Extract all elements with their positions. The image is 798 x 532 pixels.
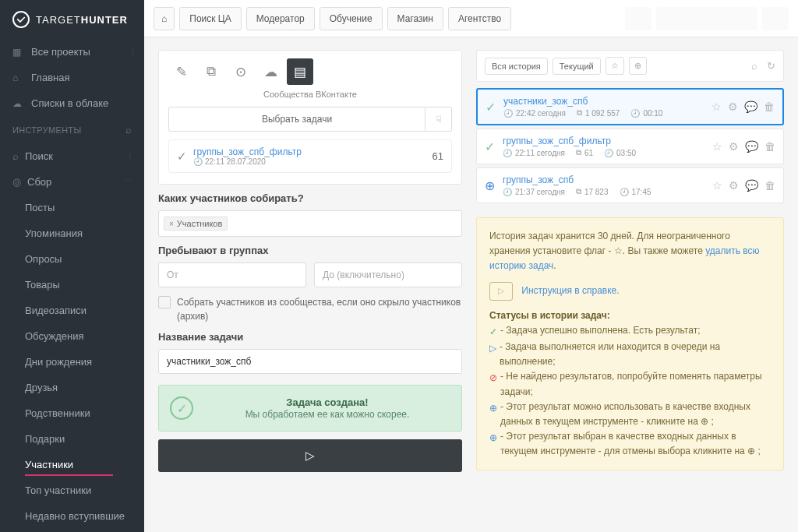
sidebar-item-8[interactable]: Родственники <box>0 400 144 426</box>
history-tab-current[interactable]: Текущий <box>553 58 601 75</box>
topnav-Агентство[interactable]: Агентство <box>448 7 511 30</box>
sidebar-item-13[interactable]: Сотрудники <box>0 529 144 532</box>
members-tag-input[interactable]: ×Участников <box>158 210 462 237</box>
video-icon: ▷ <box>489 282 513 301</box>
home-button[interactable]: ⌂ <box>154 7 175 30</box>
instruction-link[interactable]: Инструкция в справке. <box>521 285 619 296</box>
hand-icon[interactable]: ☟ <box>425 107 452 132</box>
sidebar-gather-group[interactable]: ◎Сбор 〈 <box>0 169 144 195</box>
sidebar-item-11[interactable]: Топ участники <box>0 477 144 503</box>
history-header: Вся история Текущий ☆ ⊕ ⌕ ↻ <box>476 50 784 82</box>
sidebar-main[interactable]: ⌂ Главная <box>0 65 144 90</box>
topbar-user-area <box>625 7 789 30</box>
success-banner: ✓ Задача создана! Мы обработаем ее как м… <box>158 385 462 432</box>
run-button[interactable]: ▷ <box>158 439 462 472</box>
cloud-icon[interactable]: ☁ <box>257 58 284 85</box>
comment-icon[interactable]: 💬 <box>744 100 757 113</box>
clock-icon: 🕘 <box>620 188 629 196</box>
clock-icon: 🕘 <box>604 149 613 157</box>
sidebar-item-5[interactable]: Обсуждения <box>0 323 144 349</box>
close-icon[interactable]: × <box>169 220 174 228</box>
sidebar-item-7[interactable]: Друзья <box>0 375 144 400</box>
chevron-left-icon: 〈 <box>128 47 135 57</box>
delete-icon[interactable]: 🗑 <box>764 140 775 153</box>
sidebar-item-label: Все проекты <box>31 46 90 58</box>
statuses-header: Статусы в истории задач: <box>489 310 610 321</box>
home-icon: ⌂ <box>12 72 23 83</box>
status-used-icon: ⊕ <box>489 431 497 446</box>
sidebar-tools-header: ИНСТРУМЕНТЫ ⌕ <box>0 116 144 143</box>
check-icon: ✓ <box>486 100 496 115</box>
history-item-0[interactable]: ✓участники_зож_спб🕘22:42 сегодня⧉1 092 5… <box>476 88 784 125</box>
topnav-Модератор[interactable]: Модератор <box>246 7 315 30</box>
task-name-label: Название задачи <box>158 331 462 343</box>
star-filter-icon[interactable]: ☆ <box>606 57 624 75</box>
settings-icon[interactable]: ⚙ <box>729 179 739 192</box>
sidebar-item-12[interactable]: Недавно вступившие <box>0 503 144 529</box>
vk-communities-tab[interactable]: ▤ <box>287 58 313 85</box>
history-item-2[interactable]: ⊕группы_зож_спб🕘21:37 сегодня⧉17 823🕘17:… <box>476 167 784 203</box>
selected-task-row[interactable]: ✓ группы_зож_спб_фильтр 🕘22:11 28.07.202… <box>168 139 452 173</box>
refresh-icon[interactable]: ↻ <box>767 60 775 72</box>
task-name-input[interactable] <box>158 349 462 374</box>
comment-icon[interactable]: 💬 <box>745 179 758 192</box>
source-caption: Сообщества ВКонтакте <box>159 90 461 107</box>
members-label: Каких участников собирать? <box>158 192 462 204</box>
success-title: Задача создана! <box>204 396 450 408</box>
tag-members[interactable]: ×Участников <box>164 217 228 231</box>
topnav-Обучение[interactable]: Обучение <box>320 7 383 30</box>
delete-icon[interactable]: 🗑 <box>764 100 775 113</box>
edit-icon[interactable]: ✎ <box>168 58 195 85</box>
sidebar-item-6[interactable]: Дни рождения <box>0 349 144 375</box>
brand-icon <box>12 11 30 28</box>
status-error-icon: ⊘ <box>489 371 497 386</box>
history-item-title: группы_зож_спб <box>503 174 704 185</box>
star-icon[interactable]: ☆ <box>712 140 722 153</box>
sidebar-projects[interactable]: ▦ Все проекты 〈 <box>0 39 144 65</box>
search-icon[interactable]: ⌕ <box>125 124 132 136</box>
sidebar-item-2[interactable]: Опросы <box>0 246 144 272</box>
clock-icon: 🕘 <box>503 149 512 157</box>
brand-logo[interactable]: TARGETHUNTER <box>0 0 144 39</box>
copy-icon: ⧉ <box>576 148 581 157</box>
history-item-1[interactable]: ✓группы_зож_спб_фильтр🕘22:11 сегодня⧉61🕘… <box>476 129 784 164</box>
sidebar-item-1[interactable]: Упоминания <box>0 220 144 246</box>
history-tab-all[interactable]: Вся история <box>485 58 548 75</box>
from-input[interactable] <box>158 262 306 287</box>
search-icon: ⌕ <box>12 150 19 162</box>
selected-task-count: 61 <box>433 150 443 162</box>
history-notice: История задач хранится 30 дней. Для неог… <box>476 217 784 470</box>
comment-icon[interactable]: 💬 <box>745 140 758 153</box>
copy-icon[interactable]: ⧉ <box>198 58 224 85</box>
check-icon: ✓ <box>170 396 193 420</box>
grid-icon: ▦ <box>12 47 23 58</box>
check-icon: ✓ <box>485 139 495 154</box>
sidebar-item-3[interactable]: Товары <box>0 272 144 298</box>
clock-icon: 🕘 <box>630 109 640 118</box>
target-filter-icon[interactable]: ⊕ <box>629 57 647 75</box>
topnav-Магазин[interactable]: Магазин <box>387 7 443 30</box>
sidebar-item-0[interactable]: Посты <box>0 195 144 220</box>
sidebar-item-label: Списки в облаке <box>31 97 108 109</box>
selected-task-name: группы_зож_спб_фильтр <box>193 146 433 157</box>
sidebar-item-10[interactable]: Участники <box>0 452 144 477</box>
location-icon[interactable]: ⊙ <box>228 58 254 85</box>
archive-checkbox[interactable] <box>158 296 171 308</box>
settings-icon[interactable]: ⚙ <box>729 140 739 153</box>
gather-icon: ◎ <box>12 176 21 188</box>
sidebar-cloud[interactable]: ☁ Списки в облаке <box>0 90 144 116</box>
star-icon[interactable]: ☆ <box>711 100 722 113</box>
source-tabs: ✎ ⧉ ⊙ ☁ ▤ <box>159 51 461 90</box>
star-icon[interactable]: ☆ <box>712 179 722 192</box>
chevron-left-icon: 〈 <box>125 151 132 161</box>
sidebar-item-4[interactable]: Видеозаписи <box>0 298 144 323</box>
sidebar-item-9[interactable]: Подарки <box>0 426 144 452</box>
delete-icon[interactable]: 🗑 <box>764 179 775 192</box>
sidebar-search-group[interactable]: ⌕Поиск 〈 <box>0 143 144 169</box>
choose-tasks-button[interactable]: Выбрать задачи <box>168 107 425 132</box>
search-icon[interactable]: ⌕ <box>751 60 757 72</box>
settings-icon[interactable]: ⚙ <box>728 100 738 113</box>
topnav-Поиск ЦА[interactable]: Поиск ЦА <box>179 7 241 30</box>
archive-label: Собрать участников из сообщества, если о… <box>177 295 462 323</box>
to-input[interactable] <box>314 262 462 287</box>
